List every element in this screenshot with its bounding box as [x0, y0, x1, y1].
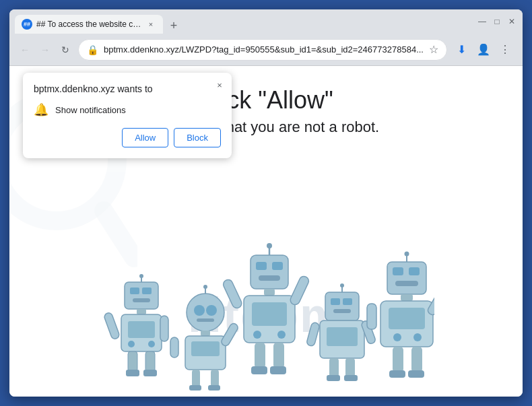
svg-rect-52	[331, 298, 340, 305]
tab-title: ## To access the website click th	[36, 20, 141, 29]
svg-point-24	[203, 285, 207, 289]
new-tab-button[interactable]: +	[166, 18, 182, 34]
browser-window: ## ## To access the website click th × +…	[9, 9, 523, 397]
svg-rect-67	[409, 267, 420, 275]
svg-rect-77	[367, 304, 376, 329]
svg-rect-63	[327, 375, 340, 381]
bookmark-icon[interactable]: ☆	[429, 43, 438, 56]
url-bar[interactable]: 🔒 bptmx.ddenkno.xyz/LWZPD?tag_id=950555&…	[78, 39, 447, 61]
svg-rect-45	[289, 275, 310, 306]
svg-rect-10	[128, 321, 155, 338]
allow-button[interactable]: Allow	[122, 128, 168, 147]
svg-rect-27	[191, 341, 220, 356]
svg-rect-71	[401, 294, 413, 301]
show-notifications-label: Show notifications	[55, 105, 126, 115]
svg-rect-81	[408, 370, 424, 378]
svg-rect-79	[411, 347, 422, 372]
back-button[interactable]: ←	[18, 42, 32, 58]
maximize-button[interactable]: □	[492, 16, 502, 27]
svg-rect-47	[255, 343, 265, 368]
svg-point-43	[253, 331, 261, 339]
svg-rect-54	[333, 309, 351, 313]
svg-rect-30	[192, 370, 200, 387]
svg-point-19	[187, 294, 224, 331]
notification-popup: × bptmx.ddenkno.xyz wants to 🔔 Show noti…	[23, 73, 232, 158]
svg-point-11	[128, 341, 135, 347]
popup-buttons: Allow Block	[34, 128, 221, 147]
svg-rect-50	[270, 366, 286, 374]
lock-icon: 🔒	[87, 44, 98, 55]
svg-rect-64	[344, 375, 358, 381]
svg-rect-68	[395, 281, 418, 286]
bell-icon: 🔔	[34, 102, 48, 117]
tab-close-button[interactable]: ×	[145, 19, 156, 30]
svg-rect-48	[273, 343, 284, 368]
tab-favicon: ##	[22, 19, 32, 30]
svg-rect-33	[208, 385, 220, 391]
svg-rect-59	[306, 322, 321, 347]
tab-area: ## ## To access the website click th × +	[15, 9, 474, 34]
svg-point-20	[194, 305, 205, 316]
svg-rect-36	[272, 262, 283, 270]
svg-rect-66	[393, 267, 403, 275]
svg-rect-17	[126, 370, 139, 376]
svg-rect-49	[251, 366, 267, 374]
profile-icon[interactable]: 👤	[474, 40, 493, 59]
svg-rect-15	[128, 351, 137, 372]
svg-rect-40	[264, 289, 275, 296]
svg-rect-14	[160, 316, 168, 341]
svg-point-21	[206, 305, 217, 316]
block-button[interactable]: Block	[174, 128, 221, 147]
popup-site-name: bptmx.ddenkno.xyz wants to	[34, 83, 221, 94]
svg-rect-16	[145, 351, 155, 372]
svg-rect-3	[130, 287, 139, 294]
svg-rect-35	[256, 262, 267, 270]
svg-point-44	[277, 331, 286, 339]
svg-point-12	[148, 341, 155, 347]
svg-rect-18	[143, 370, 157, 376]
svg-rect-34	[251, 255, 288, 289]
svg-point-74	[393, 333, 401, 341]
svg-rect-4	[142, 287, 152, 294]
close-window-button[interactable]: ✕	[506, 16, 517, 27]
active-tab[interactable]: ## ## To access the website click th ×	[15, 15, 163, 34]
svg-point-39	[267, 243, 272, 248]
svg-rect-28	[220, 322, 239, 347]
title-bar: ## ## To access the website click th × +…	[9, 9, 523, 34]
svg-rect-73	[389, 308, 425, 329]
svg-rect-53	[343, 298, 352, 305]
svg-rect-78	[393, 347, 403, 372]
svg-rect-31	[211, 370, 219, 387]
svg-rect-46	[222, 278, 243, 310]
robots-illustration	[98, 242, 434, 397]
svg-rect-32	[189, 385, 201, 391]
svg-rect-58	[327, 327, 358, 346]
svg-rect-22	[197, 318, 214, 322]
toolbar-icons: ⬇ 👤 ⋮	[453, 40, 514, 59]
page-content: ritcom Click "Allow" to confirm that you…	[9, 66, 523, 397]
minimize-button[interactable]: —	[477, 16, 488, 27]
popup-permission-row: 🔔 Show notifications	[34, 102, 221, 117]
address-bar: ← → ↻ 🔒 bptmx.ddenkno.xyz/LWZPD?tag_id=9…	[9, 34, 523, 66]
svg-point-70	[405, 252, 409, 257]
menu-button[interactable]: ⋮	[496, 40, 514, 59]
svg-rect-29	[170, 337, 178, 358]
svg-rect-62	[345, 358, 355, 377]
forward-button[interactable]: →	[38, 42, 53, 58]
robots-svg	[98, 242, 434, 397]
refresh-button[interactable]: ↻	[58, 42, 73, 58]
svg-point-56	[340, 283, 344, 287]
svg-rect-51	[325, 292, 359, 320]
svg-rect-8	[137, 309, 146, 314]
svg-rect-37	[259, 275, 280, 281]
download-icon[interactable]: ⬇	[453, 40, 471, 59]
svg-rect-25	[201, 331, 210, 336]
svg-rect-13	[104, 312, 121, 340]
url-text: bptmx.ddenkno.xyz/LWZPD?tag_id=950555&su…	[104, 44, 424, 55]
window-controls: — □ ✕	[477, 16, 517, 27]
svg-rect-5	[133, 298, 150, 302]
svg-rect-80	[389, 370, 405, 378]
svg-point-75	[413, 333, 422, 341]
popup-close-button[interactable]: ×	[213, 78, 226, 92]
svg-rect-65	[387, 262, 426, 294]
